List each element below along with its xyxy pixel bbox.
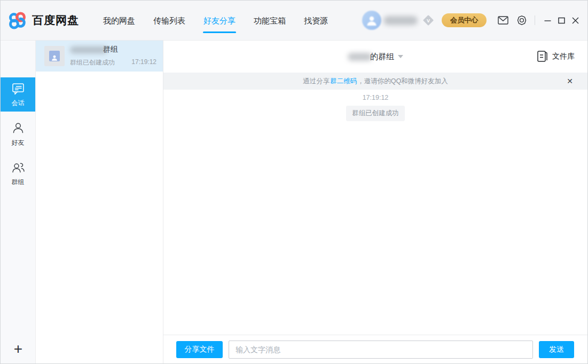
chat-title-text: 的群组 [370,52,394,62]
composer: 分享文件 发送 [163,335,587,363]
titlebar-divider [535,15,535,25]
chat-panel: 的群组 文件库 通过分享 群二维码 ，邀请你的QQ和微博好友加入 ✕ [163,41,587,363]
svg-text:V: V [427,18,430,23]
file-library-label: 文件库 [552,52,575,61]
user-avatar[interactable] [362,11,381,30]
chevron-down-icon [398,55,403,58]
redacted-group-name [70,46,107,53]
tab-transfer-list[interactable]: 传输列表 [144,1,194,41]
main-nav: 我的网盘 传输列表 好友分享 功能宝箱 找资源 [94,1,337,41]
minimize-icon [544,17,551,24]
conversation-texts: 群组 群组已创建成功 17:19:12 [70,45,156,67]
chat-bubble-icon [11,82,25,96]
chat-title-dropdown[interactable]: 的群组 [348,52,403,62]
sidebar-item-label: 会话 [12,99,25,108]
sidebar: 会话 好友 群组 + [1,41,36,363]
invite-notice-bar: 通过分享 群二维码 ，邀请你的QQ和微博好友加入 ✕ [163,73,587,90]
sidebar-item-label: 好友 [12,138,25,147]
notice-text-before: 通过分享 [303,77,330,86]
friend-icon [11,121,25,135]
share-file-button[interactable]: 分享文件 [176,341,223,358]
maximize-icon [558,17,565,24]
sidebar-item-friends[interactable]: 好友 [1,117,35,151]
close-icon [572,17,579,24]
tab-my-drive[interactable]: 我的网盘 [94,1,144,41]
app-window: 百度网盘 我的网盘 传输列表 好友分享 功能宝箱 找资源 V [0,0,588,364]
add-button[interactable]: + [1,341,36,357]
group-avatar [44,46,65,66]
chat-header: 的群组 文件库 [163,41,587,73]
redacted-group-owner [348,53,372,61]
vip-center-button[interactable]: 会员中心 [442,13,487,27]
vip-level-badge[interactable]: V [423,15,434,26]
conversation-subtitle-row: 群组已创建成功 17:19:12 [70,58,156,67]
tab-find-resources[interactable]: 找资源 [295,1,337,41]
sidebar-item-groups[interactable]: 群组 [1,156,35,191]
group-qrcode-link[interactable]: 群二维码 [330,77,357,86]
settings-button[interactable] [516,15,527,26]
vip-diamond-icon: V [423,15,434,26]
file-library-icon [537,50,548,63]
conversation-list: 群组 群组已创建成功 17:19:12 [36,41,163,363]
app-name: 百度网盘 [32,13,79,28]
sidebar-item-label: 群组 [12,178,25,187]
conversation-title: 群组 [70,45,156,54]
user-area: V 会员中心 [362,11,582,30]
person-icon [365,14,378,27]
close-button[interactable] [568,12,582,28]
system-message: 群组已创建成功 [346,106,405,121]
send-button[interactable]: 发送 [539,341,574,358]
tab-toolbox[interactable]: 功能宝箱 [245,1,295,41]
mail-icon [498,16,508,25]
conversation-time: 17:19:12 [131,58,156,67]
message-timestamp: 17:19:12 [163,94,587,101]
app-logo: 百度网盘 [8,11,79,30]
messages-button[interactable] [498,16,508,25]
group-avatar-placeholder [49,51,60,61]
person-icon [51,54,58,61]
file-library-button[interactable]: 文件库 [537,41,575,73]
tab-friend-share[interactable]: 好友分享 [194,1,245,41]
redacted-username [383,16,418,25]
titlebar: 百度网盘 我的网盘 传输列表 好友分享 功能宝箱 找资源 V [1,1,587,41]
maximize-button[interactable] [554,12,568,28]
message-input[interactable] [229,341,533,359]
notice-close-icon[interactable]: ✕ [567,73,573,90]
sidebar-item-conversations[interactable]: 会话 [1,77,35,112]
conversation-item[interactable]: 群组 群组已创建成功 17:19:12 [36,41,163,72]
conversation-last-message: 群组已创建成功 [70,58,115,67]
minimize-button[interactable] [540,12,554,28]
group-icon [11,161,25,175]
notice-text-after: ，邀请你的QQ和微博好友加入 [357,77,448,86]
message-area: 17:19:12 群组已创建成功 [163,94,587,121]
gear-icon [516,15,527,26]
baidu-netdisk-logo-icon [8,11,27,30]
